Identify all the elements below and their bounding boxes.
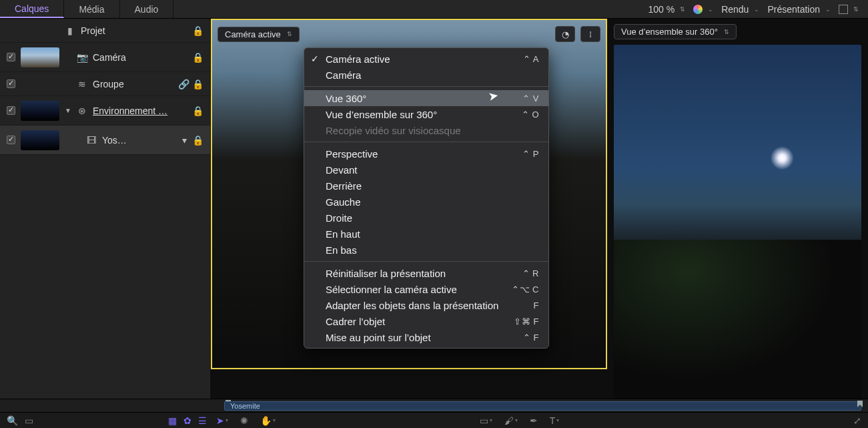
tab-layers-label: Calques: [15, 3, 49, 14]
pen-tool[interactable]: ✒: [530, 415, 538, 426]
layer-camera-label: Caméra: [93, 52, 187, 63]
chevron-updown-icon: ⇅: [680, 6, 685, 13]
layer-visibility-checkbox[interactable]: [7, 79, 15, 88]
menu-frame-object[interactable]: Cadrer l’objet⇧⌘ F: [304, 313, 548, 329]
mini-timeline[interactable]: Yosemite: [0, 399, 868, 412]
clock-icon: ◔: [562, 29, 569, 39]
square-icon: [839, 5, 848, 14]
color-channel-menu[interactable]: ⌄: [693, 5, 713, 14]
layer-thumbnail[interactable]: [21, 101, 59, 121]
layer-group[interactable]: ≋ Groupe 🔗 🔒: [0, 72, 210, 96]
viewer-options-button[interactable]: ⁞: [580, 26, 600, 42]
tab-media-label: Média: [79, 4, 104, 15]
gear-pattern-icon: ▦: [168, 415, 177, 426]
tab-media[interactable]: Média: [64, 0, 119, 18]
chevron-down-icon: ⌄: [825, 6, 831, 13]
layer-clip-label: Yos…: [102, 135, 177, 146]
render-label: Rendu: [721, 4, 749, 15]
menu-perspective[interactable]: Perspective⌃ P: [304, 146, 548, 162]
record-button[interactable]: ◔: [555, 26, 575, 42]
chevron-updown-icon: ⇅: [287, 31, 292, 37]
layer-visibility-checkbox[interactable]: [7, 136, 15, 144]
layer-lock-icon[interactable]: 🔒: [192, 52, 203, 63]
text-tool[interactable]: T▾: [550, 415, 560, 426]
layer-project[interactable]: ▮ Projet 🔒: [0, 19, 210, 43]
layer-environment-label: Environnement …: [93, 105, 187, 116]
menu-fit-objects[interactable]: Adapter les objets dans la présentationF: [304, 297, 548, 313]
tab-audio[interactable]: Audio: [120, 0, 174, 18]
menu-top[interactable]: En haut: [304, 226, 548, 242]
timeline-clip-label: Yosemite: [230, 402, 260, 410]
canvas-area: Caméra active ⇅ ◔ ⁞ Caméra active⌃ A Cam…: [211, 19, 868, 399]
chevron-down-icon: ▾: [490, 417, 492, 423]
layer-clip[interactable]: 🎞 Yos… ▾ 🔒: [0, 126, 210, 155]
layer-environment[interactable]: ▼ ⊛ Environnement … 🔒: [0, 96, 210, 126]
layout-toggle[interactable]: ▭: [25, 415, 33, 426]
chevron-down-icon: ▾: [515, 417, 518, 423]
menu-active-camera[interactable]: Caméra active⌃ A: [304, 51, 548, 67]
zoom-menu[interactable]: 100 %⇅: [648, 4, 685, 15]
search-icon: 🔍: [7, 415, 18, 426]
menu-left[interactable]: Gauche: [304, 194, 548, 210]
text-icon: T: [550, 415, 556, 426]
viewer-hud: Caméra active ⇅ ◔ ⁞: [218, 25, 600, 43]
menu-reset-view[interactable]: Réinitialiser la présentation⌃ R: [304, 265, 548, 281]
menu-separator: [304, 86, 548, 87]
overview-view-dropdown[interactable]: Vue d’ensemble sur 360° ⇅: [614, 24, 737, 39]
layer-camera[interactable]: 📷 Caméra 🔒: [0, 43, 210, 72]
layer-lock-icon[interactable]: 🔒: [192, 135, 203, 146]
layer-thumbnail[interactable]: [21, 130, 59, 150]
chevron-updown-icon: ⇅: [724, 29, 729, 35]
hand-tool[interactable]: ✋▾: [260, 415, 276, 426]
menu-360-view[interactable]: Vue 360°⌃ V: [304, 90, 548, 106]
menu-360-overview[interactable]: Vue d’ensemble sur 360°⌃ O: [304, 106, 548, 122]
3d-transform-tool[interactable]: ✺: [240, 415, 248, 426]
overview-panel: Vue d’ensemble sur 360° ⇅: [607, 19, 868, 399]
presentation-menu[interactable]: Présentation⌄: [767, 4, 831, 15]
menu-back[interactable]: Derrière: [304, 178, 548, 194]
environment-icon: ⊛: [77, 105, 87, 116]
camera-view-dropdown[interactable]: Caméra active ⇅: [218, 27, 300, 42]
menu-right[interactable]: Droite: [304, 210, 548, 226]
main-viewer[interactable]: Caméra active ⇅ ◔ ⁞ Caméra active⌃ A Cam…: [211, 19, 607, 369]
paint-tool[interactable]: 🖌▾: [504, 415, 518, 426]
menu-bottom[interactable]: En bas: [304, 242, 548, 258]
menu-focus-object[interactable]: Mise au point sur l’objet⌃ F: [304, 329, 548, 345]
fullscreen-toggle[interactable]: ⤢: [853, 415, 861, 426]
layer-lock-icon[interactable]: 🔒: [192, 25, 203, 36]
menu-select-active-camera[interactable]: Sélectionner la caméra active⌃⌥ C: [304, 281, 548, 297]
overflow-icon[interactable]: ▾: [182, 135, 187, 146]
masks-tab[interactable]: ☰: [198, 415, 207, 426]
layer-visibility-checkbox[interactable]: [7, 53, 15, 61]
render-menu[interactable]: Rendu⌄: [721, 4, 759, 15]
zoom-value: 100 %: [648, 4, 675, 15]
disclosure-triangle-icon[interactable]: ▼: [65, 107, 71, 114]
layer-group-label: Groupe: [93, 79, 173, 89]
panorama-preview: [614, 45, 861, 399]
monitor-icon: ▭: [25, 415, 33, 426]
search-button[interactable]: 🔍: [7, 415, 18, 426]
tab-layers[interactable]: Calques: [0, 0, 64, 18]
menu-separator: [304, 261, 548, 262]
timeline-clip[interactable]: Yosemite: [224, 401, 861, 411]
filters-tab[interactable]: ✿: [183, 415, 191, 426]
menu-camera[interactable]: Caméra: [304, 67, 548, 83]
overview-viewport[interactable]: [614, 45, 861, 399]
tab-audio-label: Audio: [135, 4, 159, 15]
layer-lock-icons[interactable]: 🔗 🔒: [178, 79, 203, 89]
menu-front[interactable]: Devant: [304, 162, 548, 178]
group-icon: ≋: [77, 79, 87, 89]
menu-separator: [304, 142, 548, 142]
top-toolbar: Calques Média Audio 100 %⇅ ⌄ Rendu⌄ Prés…: [0, 0, 868, 19]
layer-lock-icon[interactable]: 🔒: [192, 105, 203, 116]
select-tool[interactable]: ➤▾: [216, 415, 228, 426]
rectangle-tool[interactable]: ▭▾: [480, 415, 492, 426]
toolbar-right: 100 %⇅ ⌄ Rendu⌄ Présentation⌄ ⇅: [648, 4, 868, 15]
layer-thumbnail[interactable]: [21, 47, 59, 67]
layout-menu[interactable]: ⇅: [839, 5, 859, 14]
project-icon: ▮: [65, 25, 75, 36]
camera-icon: 📷: [77, 52, 87, 63]
behaviors-tab[interactable]: ▦: [168, 415, 177, 426]
camera-view-menu: Caméra active⌃ A Caméra Vue 360°⌃ V Vue …: [304, 47, 549, 349]
layer-visibility-checkbox[interactable]: [7, 106, 15, 115]
